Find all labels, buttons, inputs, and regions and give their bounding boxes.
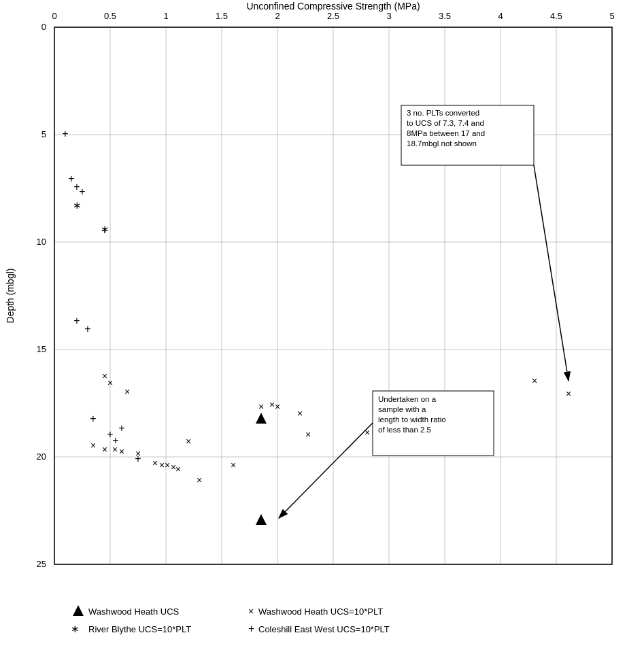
svg-text:15: 15 bbox=[37, 344, 46, 354]
svg-text:×: × bbox=[165, 460, 170, 471]
y-axis-title: Depth (mbgl) bbox=[5, 269, 16, 324]
svg-text:3 no. PLTs converted: 3 no. PLTs converted bbox=[407, 109, 479, 117]
svg-text:×: × bbox=[102, 444, 107, 455]
legend-washwood-plt-label: Washwood Heath UCS=10*PLT bbox=[258, 606, 383, 617]
svg-text:8MPa between 17 and: 8MPa between 17 and bbox=[407, 129, 485, 137]
chart-container: 0 0.5 1 1.5 2 2.5 3 3.5 4 4.5 5 Unconfin… bbox=[0, 0, 644, 667]
svg-text:∗: ∗ bbox=[101, 223, 109, 235]
river-blythe-points: ∗ ∗ bbox=[73, 199, 109, 235]
svg-text:+: + bbox=[84, 323, 90, 335]
svg-text:5: 5 bbox=[609, 11, 614, 21]
svg-marker-75 bbox=[256, 514, 267, 525]
svg-text:×: × bbox=[258, 401, 264, 412]
svg-text:0: 0 bbox=[41, 22, 46, 32]
svg-text:×: × bbox=[90, 440, 96, 451]
svg-text:18.7mbgl not shown: 18.7mbgl not shown bbox=[407, 139, 477, 148]
svg-text:2.5: 2.5 bbox=[327, 11, 339, 21]
legend-triangle bbox=[73, 605, 84, 616]
coleshill-points: + + + + + + + + + + + + bbox=[62, 128, 141, 464]
svg-text:×: × bbox=[124, 386, 130, 397]
svg-text:Undertaken on a: Undertaken on a bbox=[378, 395, 437, 403]
svg-text:3.5: 3.5 bbox=[439, 11, 451, 21]
svg-marker-74 bbox=[256, 413, 267, 424]
x-axis-title: Unconfined Compressive Strength (MPa) bbox=[246, 1, 420, 12]
svg-text:20: 20 bbox=[37, 451, 46, 462]
svg-text:×: × bbox=[231, 460, 236, 471]
svg-text:×: × bbox=[175, 464, 181, 475]
svg-line-87 bbox=[279, 423, 373, 518]
svg-text:×: × bbox=[269, 399, 275, 410]
svg-text:2: 2 bbox=[275, 11, 279, 21]
svg-text:4: 4 bbox=[498, 11, 503, 21]
svg-text:to UCS of 7.3, 7.4 and: to UCS of 7.3, 7.4 and bbox=[407, 119, 484, 127]
svg-text:3: 3 bbox=[386, 11, 391, 21]
svg-text:×: × bbox=[102, 371, 107, 381]
legend-cross-icon: × bbox=[248, 606, 254, 617]
svg-text:×: × bbox=[159, 460, 165, 471]
legend-river-blythe-label: River Blythe UCS=10*PLT bbox=[88, 624, 191, 634]
svg-text:×: × bbox=[119, 446, 124, 457]
svg-line-81 bbox=[534, 165, 569, 381]
svg-text:0.5: 0.5 bbox=[104, 11, 116, 21]
svg-text:5: 5 bbox=[41, 129, 46, 139]
legend-washwood-ucs-label: Washwood Heath UCS bbox=[88, 606, 180, 617]
svg-text:of less than 2.5: of less than 2.5 bbox=[378, 426, 431, 434]
svg-text:+: + bbox=[90, 413, 96, 424]
svg-text:×: × bbox=[186, 436, 191, 447]
svg-text:1: 1 bbox=[163, 11, 168, 21]
washwood-plt-points: × × × × × × × × × × × × × × bbox=[90, 371, 571, 485]
svg-text:10: 10 bbox=[37, 237, 46, 247]
svg-text:sample with a: sample with a bbox=[378, 405, 426, 413]
svg-text:×: × bbox=[305, 429, 311, 440]
svg-text:×: × bbox=[197, 475, 202, 485]
svg-text:×: × bbox=[135, 448, 141, 459]
svg-text:1.5: 1.5 bbox=[216, 11, 228, 21]
svg-text:+: + bbox=[118, 422, 124, 434]
svg-text:25: 25 bbox=[37, 559, 46, 569]
svg-text:+: + bbox=[79, 186, 85, 197]
svg-text:×: × bbox=[532, 375, 537, 386]
svg-text:∗: ∗ bbox=[73, 199, 82, 211]
chart-svg: 0 0.5 1 1.5 2 2.5 3 3.5 4 4.5 5 Unconfin… bbox=[0, 0, 644, 667]
svg-text:+: + bbox=[62, 128, 68, 139]
svg-text:4.5: 4.5 bbox=[550, 11, 562, 21]
svg-text:×: × bbox=[275, 401, 280, 412]
legend-asterisk-icon: ∗ bbox=[71, 623, 80, 634]
legend-coleshill-label: Coleshill East West UCS=10*PLT bbox=[258, 624, 390, 634]
svg-text:×: × bbox=[297, 408, 303, 419]
svg-text:length to width ratio: length to width ratio bbox=[378, 415, 446, 424]
svg-text:0: 0 bbox=[52, 11, 56, 21]
legend-plus-icon: + bbox=[248, 623, 254, 634]
svg-text:×: × bbox=[152, 458, 158, 468]
svg-text:+: + bbox=[73, 315, 80, 326]
svg-text:×: × bbox=[112, 444, 118, 455]
svg-text:×: × bbox=[566, 388, 571, 399]
svg-text:×: × bbox=[107, 377, 113, 388]
washwood-ucs-points bbox=[256, 413, 267, 525]
